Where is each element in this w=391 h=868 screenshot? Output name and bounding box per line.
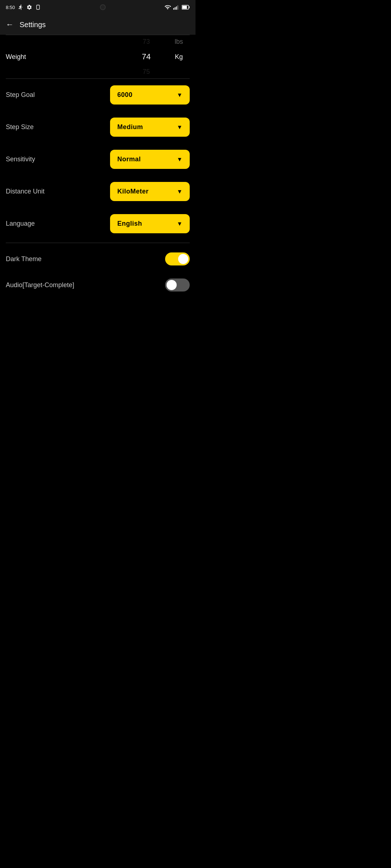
svg-rect-5 xyxy=(189,6,190,8)
weight-next-numbers: 75 xyxy=(125,68,168,76)
step-goal-value: 6000 xyxy=(117,91,133,99)
distance-unit-value: KiloMeter xyxy=(117,188,149,195)
weight-next-row: 75 xyxy=(6,65,190,78)
time-display: 8:50 xyxy=(6,5,15,10)
step-goal-dropdown[interactable]: 6000 ▼ xyxy=(110,85,190,105)
audio-target-toggle[interactable] xyxy=(165,278,190,292)
camera-bump xyxy=(100,4,106,10)
wifi-icon xyxy=(164,4,171,10)
step-goal-arrow-icon: ▼ xyxy=(177,92,182,98)
status-left: 8:50 xyxy=(6,4,41,10)
dark-theme-row: Dark Theme xyxy=(6,246,190,272)
svg-rect-2 xyxy=(176,7,177,10)
distance-unit-label: Distance Unit xyxy=(6,188,110,195)
weight-label: Weight xyxy=(6,53,125,61)
step-size-row: Step Size Medium ▼ xyxy=(6,111,190,143)
step-goal-row: Step Goal 6000 ▼ xyxy=(6,79,190,111)
back-button[interactable]: ← xyxy=(6,20,14,29)
dark-theme-knob xyxy=(178,254,188,264)
app-bar: ← Settings xyxy=(0,14,196,35)
svg-rect-6 xyxy=(182,6,187,9)
sensitivity-label: Sensitivity xyxy=(6,156,110,163)
audio-target-row: Audio[Target-Complete] xyxy=(6,272,190,298)
weight-next-value: 75 xyxy=(143,68,150,76)
sensitivity-row: Sensitivity Normal ▼ xyxy=(6,143,190,175)
status-bar: 8:50 xyxy=(0,0,196,14)
activity-icon xyxy=(18,4,24,10)
sensitivity-value: Normal xyxy=(117,156,141,163)
language-label: Language xyxy=(6,220,110,227)
settings-status-icon xyxy=(26,4,32,10)
settings-section: Step Goal 6000 ▼ Step Size Medium ▼ Sens… xyxy=(0,79,196,298)
sensitivity-arrow-icon: ▼ xyxy=(177,156,182,163)
distance-unit-row: Distance Unit KiloMeter ▼ xyxy=(6,175,190,208)
svg-rect-0 xyxy=(173,8,174,10)
dark-theme-label: Dark Theme xyxy=(6,255,165,263)
audio-target-knob xyxy=(167,280,177,290)
weight-prev-numbers: 73 xyxy=(125,38,168,46)
dark-theme-toggle[interactable] xyxy=(165,252,190,265)
audio-target-label: Audio[Target-Complete] xyxy=(6,281,165,289)
language-value: English xyxy=(117,220,142,227)
weight-prev-unit: lbs xyxy=(168,38,190,46)
language-dropdown[interactable]: English ▼ xyxy=(110,214,190,233)
step-goal-label: Step Goal xyxy=(6,91,110,99)
battery-icon xyxy=(182,5,190,10)
page-title: Settings xyxy=(20,21,46,29)
status-right xyxy=(164,4,190,10)
weight-active-value: 74 xyxy=(142,52,151,61)
weight-scroll-section[interactable]: 73 lbs Weight 74 Kg 75 xyxy=(0,35,196,79)
bottom-weight-divider xyxy=(6,78,190,79)
sensitivity-dropdown[interactable]: Normal ▼ xyxy=(110,150,190,169)
step-size-label: Step Size xyxy=(6,123,110,131)
distance-unit-dropdown[interactable]: KiloMeter ▼ xyxy=(110,182,190,201)
weight-prev-value: 73 xyxy=(143,38,150,46)
sim-icon xyxy=(35,4,41,10)
weight-active-numbers: 74 xyxy=(125,52,168,61)
language-arrow-icon: ▼ xyxy=(177,221,182,227)
weight-prev-row: 73 lbs xyxy=(6,35,190,48)
distance-unit-arrow-icon: ▼ xyxy=(177,188,182,195)
toggle-section-divider xyxy=(6,243,190,243)
step-size-arrow-icon: ▼ xyxy=(177,124,182,131)
svg-rect-1 xyxy=(175,7,176,10)
weight-active-row: Weight 74 Kg xyxy=(6,48,190,65)
step-size-value: Medium xyxy=(117,123,143,131)
language-row: Language English ▼ xyxy=(6,208,190,240)
step-size-dropdown[interactable]: Medium ▼ xyxy=(110,118,190,137)
signal-icon xyxy=(173,4,180,10)
weight-unit: Kg xyxy=(168,53,190,61)
svg-rect-3 xyxy=(177,5,178,10)
